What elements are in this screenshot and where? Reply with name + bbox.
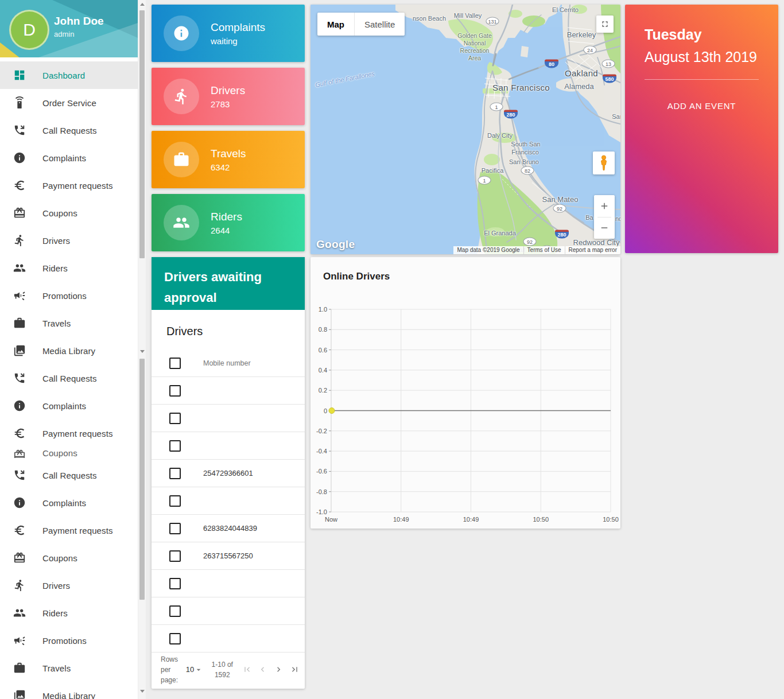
drivers-icon [13,579,26,592]
sidebar-item-dashboard[interactable]: Dashboard [0,61,138,89]
sidebar-item-complaints[interactable]: Complaints [0,144,138,172]
add-event-button[interactable]: ADD AN EVENT [664,100,740,111]
map-label-nd: nd [615,215,620,222]
map-label-south-san: South San [511,141,540,147]
row-checkbox[interactable] [169,550,181,562]
sidebar-item-coupons[interactable]: Coupons [0,199,138,227]
map-label-oakland: Oakland [565,68,598,78]
sidebar-item-promotions[interactable]: Promotions [0,627,138,654]
sidebar-item-payment-requests[interactable]: Payment requests [0,517,138,544]
map-label-san-francisco: San Francisco [492,83,550,92]
scrollbar-thumb-bottom[interactable] [139,359,145,600]
sidebar-item-travels[interactable]: Travels [0,654,138,682]
sidebar-item-payment-requests[interactable]: Payment requests [0,420,138,447]
sidebar-item-drivers[interactable]: Drivers [0,227,138,254]
previous-page-button[interactable] [257,663,269,676]
stat-card-drivers[interactable]: Drivers2783 [152,68,305,125]
sidebar-item-call-requests[interactable]: Call Requests [0,364,138,392]
row-checkbox[interactable] [169,578,181,589]
row-checkbox[interactable] [169,605,181,617]
sidebar-item-payment-requests[interactable]: Payment requests [0,172,138,199]
map-label-area: Area [468,55,481,61]
travels-icon [13,662,26,674]
map-label-gulf-of-the-farallones: Gulf of the Farallones [315,70,375,88]
row-checkbox[interactable] [169,633,181,644]
scroll-down-arrow[interactable] [139,349,145,354]
profile-header: D John Doe admin [0,0,138,57]
sidebar-item-call-requests[interactable]: Call Requests [0,116,138,144]
report-map-error-link[interactable]: Report a map error [565,246,620,254]
google-logo[interactable]: Google [316,238,355,251]
stat-value: waiting [211,36,265,46]
complaints-icon [13,496,26,509]
riders-icon [13,607,26,619]
map-label-francisco: Francisco [511,149,539,156]
promotions-icon [13,289,26,302]
row-checkbox[interactable] [169,468,181,479]
x-tick-label: 10:49 [463,516,479,523]
rows-per-page-select[interactable]: 10 [186,665,203,674]
sidebar-item-complaints[interactable]: Complaints [0,489,138,517]
sidebar-item-promotions[interactable]: Promotions [0,282,138,309]
sidebar-item-coupons[interactable]: Coupons [0,544,138,572]
route-badge-1: 1 [490,103,503,111]
run-icon [173,88,190,105]
zoom-in-button[interactable] [594,195,615,217]
chevron-down-icon [194,665,203,674]
sidebar-item-coupons[interactable]: Coupons [0,447,138,458]
sidebar-item-media-library[interactable]: Media Library [0,337,138,364]
row-checkbox[interactable] [169,385,181,397]
map-label-golden-gate: Golden Gate [457,32,492,39]
y-tick-label: 0.2 [319,387,327,394]
google-map[interactable]: nson BeachMill ValleyEl CerritoBerkeleyG… [311,5,620,254]
sidebar-item-riders[interactable]: Riders [0,254,138,282]
map-type-satellite-button[interactable]: Satellite [354,13,405,36]
coupons-icon [13,207,26,219]
sidebar-item-complaints[interactable]: Complaints [0,392,138,420]
y-tick-label: 1.0 [319,306,327,313]
sidebar-item-label: Coupons [42,208,77,218]
sidebar-item-media-library[interactable]: Media Library [0,682,138,699]
map-label-national: National [464,40,486,46]
terms-of-use-link[interactable]: Terms of Use [523,246,565,254]
last-page-button[interactable] [289,663,300,676]
interstate-badge-280: 280 [504,110,518,119]
last-page-icon [290,665,300,674]
row-checkbox[interactable] [169,523,181,534]
table-row: 254729366601 [152,460,305,487]
sidebar-item-riders[interactable]: Riders [0,599,138,627]
call-requests-icon [13,372,26,385]
sidebar-item-label: Complaints [42,153,86,163]
scroll-down-arrow-bottom[interactable] [139,689,145,694]
sidebar-item-drivers[interactable]: Drivers [0,572,138,599]
map-type-map-button[interactable]: Map [317,13,354,36]
table-row [152,570,305,597]
row-checkbox[interactable] [169,495,181,507]
stat-card-riders[interactable]: Riders2644 [152,194,305,251]
sidebar-item-travels[interactable]: Travels [0,309,138,337]
next-page-button[interactable] [273,663,285,676]
select-all-checkbox[interactable] [169,358,181,369]
sidebar-item-order-service[interactable]: Order Service [0,89,138,116]
scroll-up-arrow[interactable] [139,2,145,7]
dashboard-icon [13,69,26,81]
pegman-control[interactable] [593,152,615,174]
route-badge-131: 131 [486,17,499,26]
y-tick-label: 0.6 [319,347,327,354]
stat-icon-circle [164,79,199,114]
stat-card-travels[interactable]: Travels6342 [152,131,305,188]
zoom-out-button[interactable] [594,218,615,239]
fullscreen-button[interactable] [596,15,614,33]
map-attribution: Map data ©2019 Google Terms of Use Repor… [453,246,620,254]
scrollbar-thumb-top[interactable] [139,10,145,258]
row-checkbox[interactable] [169,413,181,424]
map-label-alameda: Alameda [564,82,593,91]
sidebar-item-label: Call Requests [42,126,97,135]
map-label-mill-valley: Mill Valley [454,12,482,19]
sidebar-item-call-requests[interactable]: Call Requests [0,461,138,489]
x-tick-label: 10:50 [533,516,549,523]
sidebar-scrollbar [138,0,146,699]
row-checkbox[interactable] [169,440,181,452]
first-page-button[interactable] [241,663,253,676]
stat-card-complaints[interactable]: Complaintswaiting [152,5,305,62]
